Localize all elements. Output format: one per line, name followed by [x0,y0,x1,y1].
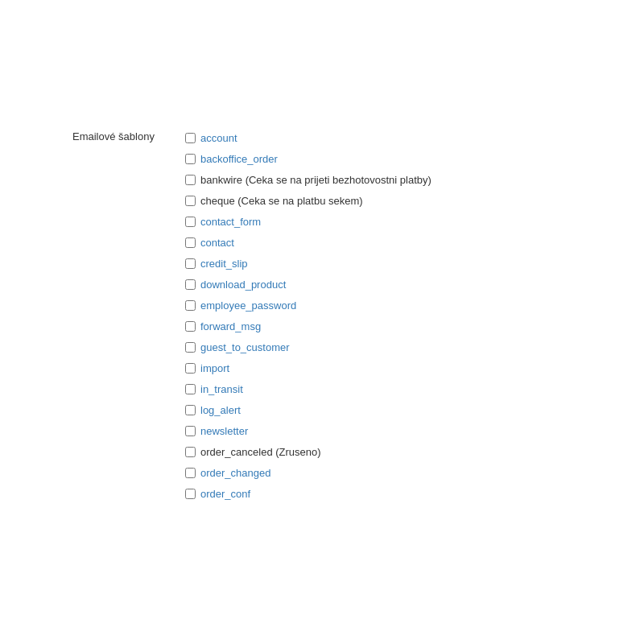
list-item: account [185,129,431,147]
checkbox-label-order_conf[interactable]: order_conf [200,488,250,500]
list-item: in_transit [185,380,431,398]
checkbox-label-in_transit[interactable]: in_transit [200,383,243,395]
list-item: contact [185,233,431,251]
checkbox-label-order_canceled[interactable]: order_canceled (Zruseno) [200,446,321,458]
checkbox-bankwire[interactable] [185,175,196,185]
checkbox-contact_form[interactable] [185,217,196,227]
checkbox-import[interactable] [185,363,196,374]
checkbox-order_changed[interactable] [185,468,196,478]
checkbox-credit_slip[interactable] [185,258,196,269]
checkbox-forward_msg[interactable] [185,321,196,332]
list-item: order_canceled (Zruseno) [185,443,431,460]
section-label-container: Emailové šablony [72,129,185,502]
checkbox-download_product[interactable] [185,279,196,290]
list-item: employee_password [185,296,431,314]
checkbox-backoffice_order[interactable] [185,154,196,164]
list-item: log_alert [185,401,431,419]
checkbox-label-employee_password[interactable]: employee_password [200,299,296,312]
checkbox-label-contact_form[interactable]: contact_form [200,216,261,228]
email-templates-section: Emailové šablony accountbackoffice_order… [0,0,644,502]
list-item: guest_to_customer [185,338,431,356]
list-item: order_conf [185,485,431,502]
checkbox-label-backoffice_order[interactable]: backoffice_order [200,153,278,165]
checkbox-employee_password[interactable] [185,300,196,311]
checkbox-label-guest_to_customer[interactable]: guest_to_customer [200,341,290,353]
checkbox-label-forward_msg[interactable]: forward_msg [200,320,261,332]
list-item: newsletter [185,422,431,440]
list-item: import [185,359,431,377]
list-item: backoffice_order [185,150,431,167]
checkbox-log_alert[interactable] [185,405,196,415]
list-item: forward_msg [185,317,431,335]
checkboxes-list: accountbackoffice_orderbankwire (Ceka se… [185,129,431,502]
checkbox-label-newsletter[interactable]: newsletter [200,425,248,437]
checkbox-label-order_changed[interactable]: order_changed [200,467,270,479]
list-item: cheque (Ceka se na platbu sekem) [185,192,431,209]
checkbox-label-credit_slip[interactable]: credit_slip [200,258,248,270]
checkbox-label-import[interactable]: import [200,362,229,374]
list-item: credit_slip [185,254,431,272]
checkbox-in_transit[interactable] [185,384,196,394]
section-label: Emailové šablony [72,130,155,142]
list-item: bankwire (Ceka se na prijeti bezhotovost… [185,171,431,188]
checkbox-label-log_alert[interactable]: log_alert [200,404,241,416]
checkbox-order_canceled[interactable] [185,447,196,457]
checkbox-label-cheque[interactable]: cheque (Ceka se na platbu sekem) [200,195,363,207]
checkbox-label-account[interactable]: account [200,132,237,144]
checkbox-label-contact[interactable]: contact [200,237,234,249]
list-item: order_changed [185,464,431,481]
checkbox-order_conf[interactable] [185,489,196,499]
checkbox-label-download_product[interactable]: download_product [200,279,286,291]
list-item: download_product [185,275,431,293]
checkbox-newsletter[interactable] [185,426,196,436]
checkbox-label-bankwire[interactable]: bankwire (Ceka se na prijeti bezhotovost… [200,174,431,186]
checkbox-contact[interactable] [185,237,196,248]
checkbox-account[interactable] [185,133,196,143]
checkbox-cheque[interactable] [185,196,196,206]
list-item: contact_form [185,213,431,230]
checkbox-guest_to_customer[interactable] [185,342,196,353]
